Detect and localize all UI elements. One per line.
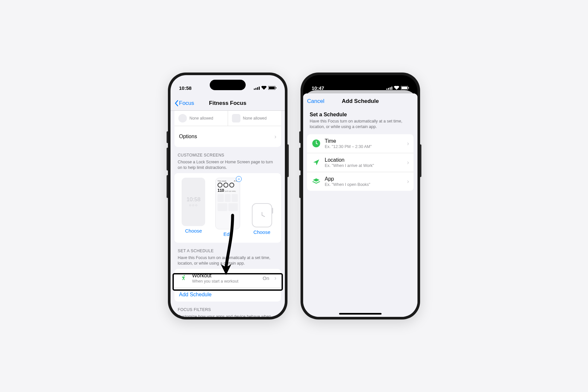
lock-screen-col: 10:58 ○○○ Choose bbox=[178, 178, 209, 237]
choose-lock-button[interactable]: Choose bbox=[185, 228, 202, 234]
app-stack-icon bbox=[312, 177, 321, 186]
customize-sub: Choose a Lock Screen or Home Screen page… bbox=[178, 159, 278, 171]
schedule-sub: Have this Focus turn on automatically at… bbox=[178, 255, 278, 266]
home-screen-thumb[interactable]: − This week8:40 110 push-ups today bbox=[215, 178, 240, 229]
row-title: Time bbox=[325, 138, 403, 144]
options-label: Options bbox=[179, 134, 197, 139]
phone-left: 10:58 Focus Fitness Focus bbox=[168, 73, 287, 319]
phone-right: 10:47 Cancel Add Schedule Set a Schedule… bbox=[301, 73, 420, 319]
lock-time: 10:58 bbox=[187, 196, 201, 203]
workout-title: Workout bbox=[192, 273, 259, 279]
status-time: 10:47 bbox=[312, 85, 324, 91]
nav-title: Fitness Focus bbox=[209, 100, 246, 106]
chevron-right-icon: › bbox=[407, 178, 409, 185]
allowed-apps-label: None allowed bbox=[243, 116, 267, 121]
schedule-location-row[interactable]: Location Ex. "When I arrive at Work" › bbox=[307, 153, 414, 172]
sheet-title: Add Schedule bbox=[342, 98, 379, 105]
svg-rect-1 bbox=[255, 88, 256, 90]
schedule-header: SET A SCHEDULE bbox=[178, 249, 278, 253]
svg-rect-2 bbox=[257, 87, 258, 90]
filters-sub: Customize how your apps and device behav… bbox=[178, 314, 278, 317]
row-sub: Ex. "When I open Books" bbox=[325, 182, 403, 187]
clock-icon bbox=[312, 139, 321, 148]
svg-rect-14 bbox=[401, 87, 407, 89]
location-icon bbox=[312, 158, 321, 167]
choose-watch-button[interactable]: Choose bbox=[253, 229, 270, 235]
row-sub: Ex. "When I arrive at Work" bbox=[325, 163, 403, 168]
chevron-right-icon: › bbox=[274, 275, 276, 282]
allowed-people[interactable]: None allowed bbox=[174, 111, 228, 126]
add-schedule-label: Add Schedule bbox=[179, 292, 276, 298]
schedule-group: Workout When you start a workout On › Ad… bbox=[174, 269, 281, 302]
customize-header: CUSTOMIZE SCREENS bbox=[178, 153, 278, 157]
allowed-row: None allowed None allowed bbox=[174, 111, 281, 126]
home-indicator[interactable] bbox=[339, 313, 382, 315]
workout-icon bbox=[179, 273, 188, 283]
nav-bar: Focus Fitness Focus bbox=[171, 96, 285, 111]
svg-rect-10 bbox=[388, 88, 389, 90]
svg-rect-0 bbox=[254, 89, 255, 90]
sheet-heading: Set a Schedule bbox=[310, 112, 411, 118]
back-label: Focus bbox=[179, 100, 194, 106]
watch-hands-icon bbox=[257, 210, 267, 220]
chevron-right-icon: › bbox=[407, 140, 409, 147]
watch-screen-col: Choose bbox=[247, 178, 277, 237]
status-icons bbox=[386, 86, 409, 90]
svg-rect-9 bbox=[386, 89, 387, 90]
row-title: Location bbox=[325, 157, 403, 163]
svg-rect-11 bbox=[390, 87, 391, 90]
chevron-right-icon: › bbox=[274, 133, 276, 140]
workout-row[interactable]: Workout When you start a workout On › bbox=[174, 269, 281, 287]
home-screen-col: − This week8:40 110 push-ups today Edit bbox=[213, 178, 243, 237]
svg-rect-3 bbox=[259, 87, 260, 90]
back-button[interactable]: Focus bbox=[174, 100, 194, 106]
workout-sub: When you start a workout bbox=[192, 279, 259, 284]
svg-rect-15 bbox=[408, 87, 409, 89]
watch-thumb[interactable] bbox=[252, 203, 272, 227]
home-preview-number: 110 bbox=[218, 188, 224, 193]
svg-rect-5 bbox=[269, 87, 275, 89]
allowed-people-label: None allowed bbox=[189, 116, 213, 121]
cancel-button[interactable]: Cancel bbox=[307, 98, 324, 105]
workout-state: On bbox=[263, 275, 269, 281]
remove-badge-icon[interactable]: − bbox=[236, 176, 242, 182]
schedule-time-row[interactable]: Time Ex. "12:30 PM – 2:30 AM" › bbox=[307, 134, 414, 153]
lock-screen-thumb[interactable]: 10:58 ○○○ bbox=[182, 178, 205, 226]
add-schedule-row[interactable]: Add Schedule bbox=[174, 287, 281, 302]
row-sub: Ex. "12:30 PM – 2:30 AM" bbox=[325, 144, 403, 149]
chevron-right-icon: › bbox=[407, 159, 409, 166]
add-schedule-sheet: Cancel Add Schedule Set a Schedule Have … bbox=[303, 93, 417, 317]
allowed-apps[interactable]: None allowed bbox=[228, 111, 281, 126]
status-time: 10:58 bbox=[179, 85, 191, 91]
home-preview-label: This week bbox=[218, 180, 226, 182]
status-icons bbox=[254, 86, 276, 90]
row-title: App bbox=[325, 176, 403, 182]
svg-rect-6 bbox=[276, 87, 276, 89]
options-row[interactable]: Options › bbox=[174, 126, 281, 147]
schedule-app-row[interactable]: App Ex. "When I open Books" › bbox=[307, 172, 414, 191]
lock-dots: ○○○ bbox=[189, 203, 198, 207]
svg-rect-12 bbox=[391, 87, 392, 90]
chevron-left-icon bbox=[174, 100, 178, 106]
filters-header: FOCUS FILTERS bbox=[178, 307, 278, 312]
sheet-sub: Have this Focus turn on automatically at… bbox=[310, 119, 411, 130]
edit-home-button[interactable]: Edit bbox=[223, 231, 232, 237]
svg-line-8 bbox=[262, 215, 265, 217]
home-preview-caption: push-ups today bbox=[225, 190, 236, 192]
